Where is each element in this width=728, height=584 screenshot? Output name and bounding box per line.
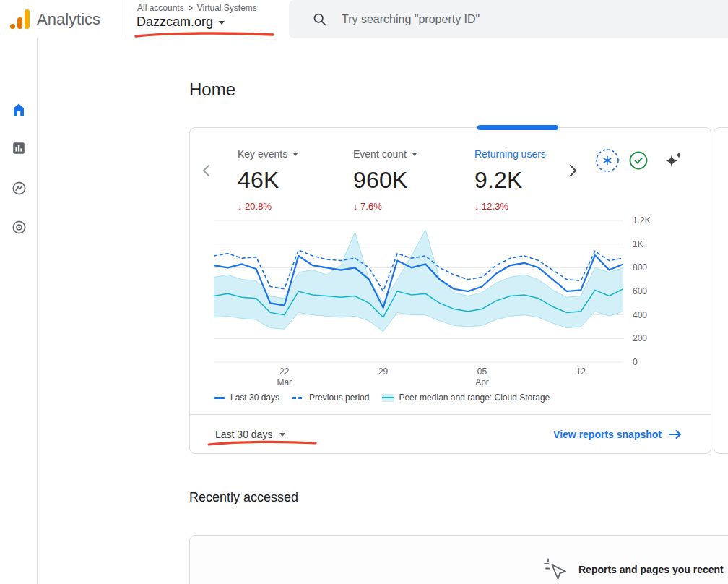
legend-item-previous-period: Previous period [292, 392, 369, 403]
data-quality-icon [628, 150, 649, 171]
metric-scroll-right-button[interactable] [564, 162, 581, 179]
recent-card-message: Reports and pages you recent [578, 564, 724, 575]
annotation-underline [134, 30, 277, 40]
y-axis-label: 1K [633, 239, 644, 250]
y-axis-label: 200 [633, 332, 647, 344]
y-axis-label: 0 [633, 356, 638, 368]
breadcrumb-accounts: All accounts [137, 3, 184, 13]
metric-label: Key events [238, 148, 287, 160]
search-bar[interactable] [289, 0, 728, 38]
chevron-right-icon [569, 164, 577, 177]
home-icon [10, 100, 27, 118]
recently-accessed-title: Recently accessed [189, 490, 298, 505]
metric-delta: ↓ 20.8% [238, 201, 298, 212]
dropdown-arrow-icon [280, 433, 285, 437]
benchmarking-icon [595, 148, 620, 173]
selected-metric-indicator [477, 125, 558, 130]
google-analytics-icon [10, 9, 30, 29]
explore-icon [11, 180, 27, 197]
search-icon[interactable] [312, 12, 327, 27]
metric-value: 46K [238, 167, 298, 194]
data-quality-button[interactable] [628, 150, 649, 171]
metric-key-events[interactable]: Key events 46K ↓ 20.8% [238, 147, 298, 212]
sidebar [0, 38, 38, 584]
legend-item-peer-median: Peer median and range: Cloud Storage [382, 392, 550, 403]
sidebar-item-reports[interactable] [0, 132, 38, 164]
analytics-logo[interactable]: Analytics [10, 9, 100, 29]
metric-value: 9.2K [474, 167, 546, 194]
metric-delta: ↓ 7.6% [353, 201, 417, 212]
sidebar-item-explore[interactable] [0, 172, 38, 204]
metric-event-count[interactable]: Event count 960K ↓ 7.6% [353, 147, 417, 212]
chevron-right-icon [187, 4, 194, 12]
line-chart [214, 213, 623, 363]
solid-line-swatch [214, 397, 225, 399]
x-axis-label: 05Apr [460, 366, 503, 388]
metric-value: 960K [353, 167, 417, 194]
x-axis-label: 12 [559, 366, 602, 377]
property-name: Dazzcam.org [136, 14, 213, 30]
insights-button[interactable] [664, 150, 684, 170]
breadcrumb[interactable]: All accounts Virtual Systems [137, 3, 257, 13]
card-footer: Last 30 days View reports snapshot [190, 414, 711, 453]
chevron-down-icon[interactable] [412, 153, 417, 156]
property-picker[interactable]: Dazzcam.org [136, 14, 225, 30]
page-title: Home [189, 80, 235, 100]
chart: 02004006008001K1.2K 22Mar2905Apr12 [214, 213, 705, 390]
search-input[interactable] [342, 13, 688, 26]
sidebar-item-admin[interactable] [0, 577, 38, 584]
chevron-left-icon [202, 164, 210, 177]
chart-legend: Last 30 days Previous period Peer median… [214, 392, 550, 403]
overview-card: Key events 46K ↓ 20.8% Event count 960K … [189, 127, 711, 454]
metric-delta: ↓ 12.3% [474, 201, 546, 212]
y-axis-label: 800 [633, 262, 647, 273]
metric-returning-users[interactable]: Returning users 9.2K ↓ 12.3% [474, 147, 546, 212]
metric-scroll-left-button[interactable] [197, 162, 214, 179]
breadcrumb-org: Virtual Systems [197, 3, 257, 13]
view-reports-link[interactable]: View reports snapshot [553, 429, 682, 440]
y-axis-label: 600 [633, 285, 647, 297]
arrow-right-icon [669, 429, 682, 439]
metric-label: Returning users [474, 148, 546, 160]
analytics-home-page: Analytics All accounts Virtual Systems D… [0, 0, 728, 584]
metric-label: Event count [353, 148, 407, 160]
sidebar-item-advertising[interactable] [0, 211, 38, 243]
recently-accessed-card: Reports and pages you recent [189, 535, 728, 584]
next-card-edge [714, 127, 728, 454]
x-axis-label: 29 [362, 366, 405, 377]
advertising-icon [11, 219, 27, 236]
dashed-line-swatch [292, 397, 304, 399]
y-axis: 02004006008001K1.2K [633, 213, 676, 372]
app-name: Analytics [37, 9, 100, 29]
top-bar: Analytics All accounts Virtual Systems D… [0, 0, 728, 38]
annotation-underline [207, 439, 318, 448]
dropdown-arrow-icon [219, 21, 225, 25]
y-axis-label: 1.2K [633, 215, 651, 226]
reports-icon [11, 140, 27, 156]
header-divider [124, 0, 124, 38]
cursor-icon [541, 556, 568, 583]
benchmarking-button[interactable] [594, 147, 620, 173]
chevron-down-icon[interactable] [292, 153, 298, 156]
x-axis-label: 22Mar [263, 366, 306, 388]
x-axis: 22Mar2905Apr12 [214, 366, 623, 390]
sidebar-item-home[interactable] [0, 93, 38, 125]
band-swatch [382, 394, 394, 402]
legend-item-last-30-days: Last 30 days [214, 392, 280, 403]
insights-sparkle-icon [664, 150, 684, 170]
y-axis-label: 400 [633, 309, 647, 321]
